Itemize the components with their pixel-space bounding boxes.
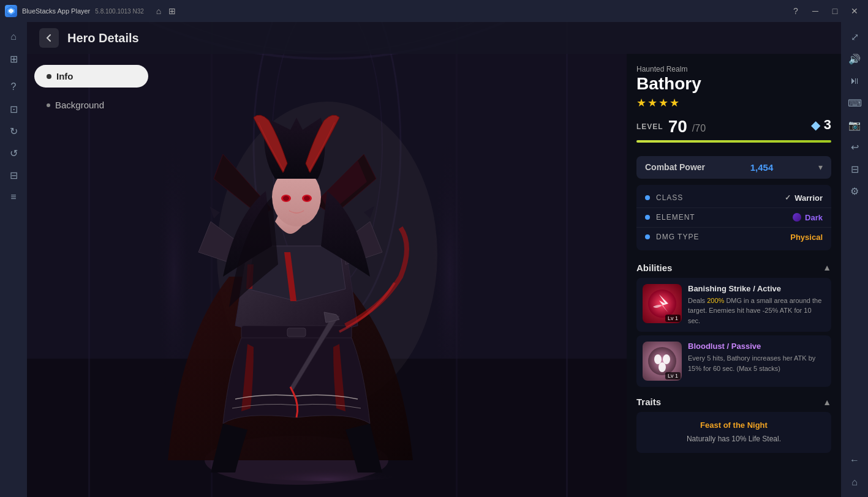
sidebar-tool-grid[interactable]: ⊞ [4,49,23,69]
ability-1-desc: Deals 200% DMG in a small area around th… [688,296,825,326]
abilities-chevron: ▲ [823,263,831,272]
bg-nav-label: Background [55,100,104,110]
left-sidebar: ⌂ ⊞ ? ⊡ ↻ ↺ ⊟ ≡ [0,22,27,497]
page-title: Hero Details [67,31,139,45]
svg-rect-21 [287,328,306,337]
rs-settings[interactable]: ⚙ [845,181,864,201]
help-button[interactable]: ? [787,2,804,20]
right-sidebar: ⤢ 🔊 ⏯ ⌨ 📷 ↩ ⊟ ⚙ ← ⌂ [841,22,868,497]
stat-row-element: ELEMENT Dark [636,208,831,228]
stat-dot-class [645,195,650,200]
ability-1-highlight: 200% [707,297,724,304]
abilities-section-header[interactable]: Abilities ▲ [636,256,831,278]
rs-rotate[interactable]: ↩ [845,137,864,157]
level-row: LEVEL 70 /70 ◆ 3 [636,117,831,136]
background-nav-button[interactable]: Background [34,94,148,116]
stat-value-dmgtype: Physical [790,233,823,242]
rs-sound[interactable]: 🔊 [845,49,864,69]
star-3: ★ [659,96,668,110]
check-icon: ✓ [785,193,791,202]
traits-section-header[interactable]: Traits ▲ [636,390,831,412]
ability-card-1: Lv 1 Banishing Strike / Active Deals 200… [636,278,831,332]
stats-table: CLASS ✓ Warrior ELEMENT Dark [636,185,831,250]
combat-power-row[interactable]: Combat Power 1,454 ▾ [636,156,831,179]
ability-2-title: Bloodlust / Passive [688,342,825,351]
ability-2-content: Bloodlust / Passive Every 5 hits, Bathor… [688,342,825,381]
right-info-panel: Haunted Realm Bathory ★ ★ ★ ★ LEVEL 70 /… [627,54,841,497]
ability-card-2: Lv 1 Bloodlust / Passive Every 5 hits, B… [636,335,831,387]
rs-home[interactable]: ⌂ [845,473,864,492]
game-area: Hero Details Info Background [27,22,841,497]
app-container: ⌂ ⊞ ? ⊡ ↻ ↺ ⊟ ≡ [0,22,868,497]
bg-nav-dot [47,103,50,107]
app-name: BlueStacks App Player [22,7,90,15]
hero-stars: ★ ★ ★ ★ [636,96,831,110]
stat-row-class: CLASS ✓ Warrior [636,189,831,208]
traits-title: Traits [636,397,661,407]
traits-card: Feast of the Night Naturally has 10% Lif… [636,412,831,453]
ability-icon-1: Lv 1 [643,284,682,323]
titlebar-nav-icons: ⌂ ⊞ [156,6,176,16]
level-max: /70 [692,123,706,134]
star-1: ★ [636,96,646,110]
abilities-title: Abilities [636,263,672,273]
back-button[interactable] [39,28,59,48]
ability-1-level: Lv 1 [665,315,681,322]
trait-desc: Naturally has 10% Life Steal. [645,433,823,444]
restore-button[interactable]: □ [826,2,843,20]
info-nav-label: Info [56,71,74,81]
ability-2-level: Lv 1 [665,372,681,379]
sidebar-tool-minus[interactable]: ⊟ [4,165,23,185]
combat-label: Combat Power [645,162,705,172]
diamond-count: 3 [824,117,831,133]
rs-keyboard[interactable]: ⌨ [845,93,864,113]
home-icon[interactable]: ⌂ [156,6,161,16]
stat-row-dmgtype: DMG TYPE Physical [636,228,831,247]
stat-dot-dmgtype [645,234,650,239]
sidebar-tool-home[interactable]: ⌂ [4,27,23,47]
info-nav-dot [47,74,51,79]
level-label: LEVEL [636,122,663,131]
sidebar-tool-menu[interactable]: ≡ [4,187,23,207]
svg-point-25 [663,354,670,364]
rs-back[interactable]: ← [845,450,864,470]
svg-point-24 [654,354,662,364]
combat-value: 1,454 [750,162,774,173]
traits-chevron: ▲ [823,397,831,407]
star-2: ★ [647,96,657,110]
rs-expand[interactable]: ⤢ [845,27,864,47]
ability-icon-2: Lv 1 [643,342,682,381]
rs-play[interactable]: ⏯ [845,71,864,91]
app-logo [5,5,17,17]
dark-circle-icon [793,213,801,222]
stat-label-dmgtype: DMG TYPE [656,233,790,241]
left-nav-panel: Info Background [27,59,156,122]
sidebar-tool-layout[interactable]: ⊡ [4,99,23,119]
sidebar-tool-refresh[interactable]: ↻ [4,121,23,141]
game-header: Hero Details [27,22,841,54]
sidebar-tool-help[interactable]: ? [4,77,23,97]
rs-camera[interactable]: 📷 [845,115,864,135]
window-controls: ? ─ □ ✕ [787,0,863,22]
grid-icon[interactable]: ⊞ [168,6,176,16]
info-nav-button[interactable]: Info [34,65,148,88]
svg-point-26 [659,362,666,372]
close-button[interactable]: ✕ [846,2,863,20]
stat-label-element: ELEMENT [656,213,793,222]
stat-dot-element [645,215,650,220]
ability-1-title: Banishing Strike / Active [688,284,825,293]
combat-chevron: ▾ [818,162,823,172]
svg-rect-12 [566,22,568,497]
hero-realm: Haunted Realm [636,65,831,73]
ability-1-content: Banishing Strike / Active Deals 200% DMG… [688,284,825,326]
level-value: 70 [668,117,687,136]
level-progress-bar [636,140,831,143]
trait-name: Feast of the Night [645,420,823,430]
stat-value-element: Dark [793,213,823,222]
minimize-button[interactable]: ─ [807,2,824,20]
diamond-icon: ◆ [811,118,820,132]
rs-layers[interactable]: ⊟ [845,159,864,179]
svg-point-19 [304,196,310,201]
level-progress-fill [636,140,831,143]
sidebar-tool-undo[interactable]: ↺ [4,143,23,163]
